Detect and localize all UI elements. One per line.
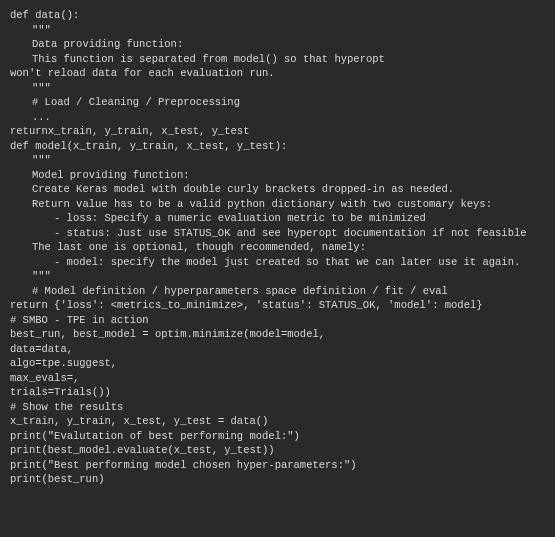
code-line: # Load / Cleaning / Preprocessing xyxy=(10,95,545,110)
code-line: Create Keras model with double curly bra… xyxy=(10,182,545,197)
code-line: max_evals=, xyxy=(10,371,545,386)
code-line: best_run, best_model = optim.minimize(mo… xyxy=(10,327,545,342)
code-line: print(best_run) xyxy=(10,472,545,487)
code-line: # Show the results xyxy=(10,400,545,415)
code-line: returnx_train, y_train, x_test, y_test xyxy=(10,124,545,139)
code-line: print("Evalutation of best performing mo… xyxy=(10,429,545,444)
code-line: """ xyxy=(10,153,545,168)
code-line: # Model definition / hyperparameters spa… xyxy=(10,284,545,299)
code-line: """ xyxy=(10,23,545,38)
code-line: print(best_model.evaluate(x_test, y_test… xyxy=(10,443,545,458)
code-line: data=data, xyxy=(10,342,545,357)
code-line: print("Best performing model chosen hype… xyxy=(10,458,545,473)
code-line: - loss: Specify a numeric evaluation met… xyxy=(10,211,545,226)
code-line: - model: specify the model just created … xyxy=(10,255,545,270)
code-line: Model providing function: xyxy=(10,168,545,183)
code-line: This function is separated from model() … xyxy=(10,52,545,67)
code-line: return {'loss': <metrics_to_minimize>, '… xyxy=(10,298,545,313)
code-line: """ xyxy=(10,81,545,96)
code-line: algo=tpe.suggest, xyxy=(10,356,545,371)
code-block: def data():"""Data providing function:Th… xyxy=(10,8,545,487)
code-line: # SMBO - TPE in action xyxy=(10,313,545,328)
code-line: Return value has to be a valid python di… xyxy=(10,197,545,212)
code-line: Data providing function: xyxy=(10,37,545,52)
code-line: trials=Trials()) xyxy=(10,385,545,400)
code-line: The last one is optional, though recomme… xyxy=(10,240,545,255)
code-line: won't reload data for each evaluation ru… xyxy=(10,66,545,81)
code-line: - status: Just use STATUS_OK and see hyp… xyxy=(10,226,545,241)
code-line: def data(): xyxy=(10,8,545,23)
code-line: x_train, y_train, x_test, y_test = data(… xyxy=(10,414,545,429)
code-line: def model(x_train, y_train, x_test, y_te… xyxy=(10,139,545,154)
code-line: ... xyxy=(10,110,545,125)
code-line: """ xyxy=(10,269,545,284)
